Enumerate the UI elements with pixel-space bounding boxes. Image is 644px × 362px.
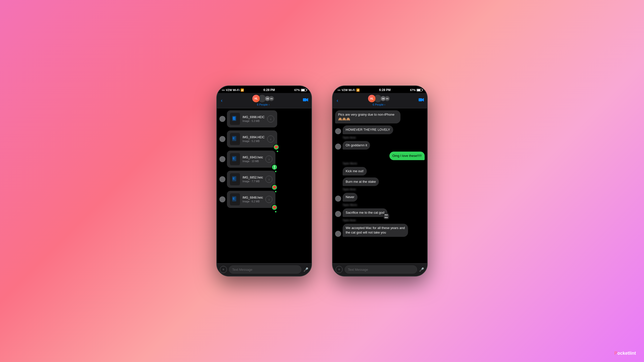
bubble-lovely: HOWEVER THEYRE LOVELY: [343, 125, 393, 134]
avatar-file2: [219, 136, 225, 142]
svg-rect-12: [232, 196, 236, 201]
plus-button-left[interactable]: +: [220, 266, 227, 273]
file-message-4: IMG_6852.heic Image · 7.7 MB ↓ ❤️: [219, 171, 309, 188]
file-info-5: IMG_6848.heic Image · 6.2 MB: [243, 196, 263, 203]
chat-area-right: Pics are very grainy due to non-iPhone 🙈…: [333, 108, 427, 263]
bubble-burn: Burn me at the stake: [343, 177, 379, 186]
file-item-3[interactable]: IMG_6943.heic Image · 10 MB ↓: [227, 151, 275, 168]
plus-button-right[interactable]: +: [336, 266, 343, 273]
avatar-group-right: HL SM DS: [368, 95, 390, 103]
signal-icon: ▪▪▪: [222, 88, 225, 92]
wifi-icon-right: 📶: [356, 88, 360, 92]
time-right: 6:28 PM: [379, 88, 390, 92]
file-info-1: IMG_6998.HEIC Image · 5.3 MB: [243, 115, 265, 123]
text-input-right[interactable]: Text Message: [345, 265, 417, 274]
avatar-hl-left: HL: [252, 95, 260, 103]
file-item-1[interactable]: IMG_6998.HEIC Image · 5.3 MB ↓: [227, 110, 277, 127]
msg-row-8: Sacrifice me to the cat god HAHA: [335, 208, 425, 217]
file-info-2: IMG_6994.HEIC Image · 5.2 MB: [243, 135, 265, 143]
video-button-left[interactable]: [303, 98, 308, 103]
battery-icon-left: [301, 89, 306, 92]
pocketlint-text: ocketlint: [617, 351, 636, 356]
avatar-hl-right: HL: [368, 95, 376, 103]
sender-name-4: Taylor Morris: [343, 204, 425, 206]
chat-header-right: ‹ HL SM DS 6 People ›: [333, 93, 427, 108]
download-btn-4[interactable]: ↓: [265, 176, 272, 183]
battery-icon-right: [417, 89, 422, 92]
avatar-file3: [219, 156, 225, 162]
reaction-4: ❤️: [271, 184, 277, 190]
file-info-4: IMG_6852.heic Image · 7.7 MB: [243, 176, 263, 183]
msg-row-7: Never: [335, 193, 425, 201]
avatar-msg3: [335, 144, 341, 150]
reaction-dot-5: [275, 211, 276, 212]
msg-row-3: Oh goddamn it: [335, 141, 425, 150]
file-info-3: IMG_6943.heic Image · 10 MB: [243, 156, 263, 163]
battery-left: 67%: [294, 88, 306, 92]
msg-row-9: We accepted Mac for all these years and …: [335, 224, 425, 237]
svg-rect-6: [232, 136, 236, 141]
group-name-left[interactable]: 6 People ›: [257, 103, 269, 106]
file-icon-5: [230, 193, 240, 205]
avatar-file5: [219, 196, 225, 202]
battery-right: 67%: [410, 88, 422, 92]
haha-reaction: HAHA: [383, 213, 389, 219]
svg-rect-4: [233, 117, 235, 120]
text-input-left[interactable]: Text Message: [229, 265, 301, 274]
file-message-2: IMG_6994.HEIC Image · 5.2 MB ↓ ❤️: [219, 130, 309, 148]
reaction-2: ❤️: [273, 144, 279, 150]
pocketlint-watermark: Pocketlint: [614, 351, 636, 356]
file-item-5[interactable]: IMG_6848.heic Image · 6.2 MB ↓: [227, 191, 275, 208]
video-button-right[interactable]: [419, 98, 424, 103]
bubble-sacrifice: Sacrifice me to the cat god: [343, 208, 387, 217]
download-btn-3[interactable]: ↓: [265, 156, 272, 163]
file-message-3: IMG_6943.heic Image · 10 MB ↓ ❕: [219, 151, 309, 168]
group-name-right[interactable]: 6 People ›: [373, 103, 385, 106]
file-item-4[interactable]: IMG_6852.heic Image · 7.7 MB ↓: [227, 171, 275, 188]
msg-row-6: Burn me at the stake: [335, 177, 425, 186]
carrier-right: ▪▪▪ VZW Wi-Fi 📶: [338, 88, 360, 92]
bubble-goddamn: Oh goddamn it: [343, 141, 370, 150]
download-btn-2[interactable]: ↓: [267, 135, 274, 143]
avatar-msg2: [335, 128, 341, 134]
reaction-3: ❕: [271, 164, 277, 170]
header-center-right: HL SM DS 6 People ›: [368, 95, 390, 106]
file-item-2[interactable]: IMG_6994.HEIC Image · 5.2 MB ↓: [227, 130, 277, 148]
reaction-5: ❤️: [271, 204, 277, 210]
avatar-file4: [219, 176, 225, 182]
avatar-file1: [219, 116, 225, 122]
file-icon-1: [230, 113, 240, 125]
mic-button-left[interactable]: 🎤: [303, 267, 308, 272]
bubble-grainy: Pics are very grainy due to non-iPhone 🙈…: [335, 110, 400, 123]
bubble-love: Omg I love these!!!!!: [389, 152, 425, 160]
file-icon-2: [230, 133, 240, 145]
download-btn-5[interactable]: ↓: [265, 196, 272, 203]
file-message-5: IMG_6848.heic Image · 6.2 MB ↓ ❤️: [219, 191, 309, 208]
back-button-left[interactable]: ‹: [220, 97, 224, 104]
bubble-never: Never: [343, 193, 357, 201]
svg-rect-10: [232, 176, 236, 181]
svg-rect-8: [232, 156, 236, 161]
bubble-sacrifice-wrapper: Sacrifice me to the cat god HAHA: [343, 208, 387, 217]
svg-rect-0: [303, 98, 306, 101]
avatar-msg8: [335, 211, 341, 217]
status-bar-left: ▪▪▪ VZW Wi-Fi 📶 6:28 PM 67%: [217, 86, 311, 93]
msg-row-4: Omg I love these!!!!!: [335, 152, 425, 160]
back-button-right[interactable]: ‹: [336, 97, 339, 104]
avatar-msg9: [335, 231, 341, 237]
svg-marker-1: [306, 98, 308, 102]
input-bar-left: + Text Message 🎤: [217, 263, 311, 276]
msg-row-2: HOWEVER THEYRE LOVELY: [335, 125, 425, 134]
download-btn-1[interactable]: ↓: [267, 115, 274, 122]
sender-name-3: Taylor Anne: [343, 188, 425, 191]
mic-button-right[interactable]: 🎤: [419, 267, 424, 272]
msg-row-1: Pics are very grainy due to non-iPhone 🙈…: [335, 110, 425, 123]
avatar-msg7: [335, 196, 341, 202]
sender-name-2: Taylor Morris: [343, 162, 425, 165]
phones-container: ▪▪▪ VZW Wi-Fi 📶 6:28 PM 67% ‹ HL SM DS: [216, 85, 428, 277]
input-bar-right: + Text Message 🎤: [333, 263, 427, 276]
sender-name-1: Taylor Anne: [343, 136, 425, 139]
carrier-left: ▪▪▪ VZW Wi-Fi 📶: [222, 88, 244, 92]
phone-right: ▪▪▪ VZW Wi-Fi 📶 6:28 PM 67% ‹ HL SM DS: [332, 85, 428, 277]
bubble-mac: We accepted Mac for all these years and …: [343, 224, 408, 237]
